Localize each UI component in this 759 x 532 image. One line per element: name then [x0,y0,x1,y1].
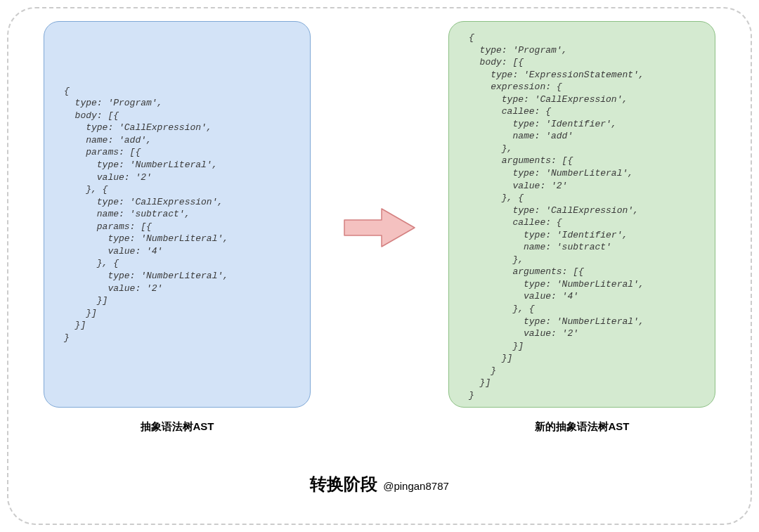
arrow-right-icon [341,203,418,252]
right-ast-code: { type: 'Program', body: [{ type: 'Expre… [469,32,644,401]
diagram-container: { type: 'Program', body: [{ type: 'CallE… [7,7,752,525]
content-area: { type: 'Program', body: [{ type: 'CallE… [44,37,715,418]
left-ast-panel: { type: 'Program', body: [{ type: 'CallE… [44,21,311,408]
footer-main-text: 转换阶段 [310,473,377,495]
svg-marker-0 [344,209,415,247]
left-panel-label: 抽象语法树AST [141,420,214,434]
left-ast-code: { type: 'Program', body: [{ type: 'CallE… [64,85,228,344]
left-panel-wrapper: { type: 'Program', body: [{ type: 'CallE… [44,21,311,434]
footer-sub-text: @pingan8787 [383,480,449,492]
right-ast-panel: { type: 'Program', body: [{ type: 'Expre… [448,21,715,408]
right-panel-wrapper: { type: 'Program', body: [{ type: 'Expre… [448,21,715,434]
footer-title: 转换阶段 @pingan8787 [8,473,751,495]
arrow-container [337,203,422,252]
right-panel-label: 新的抽象语法树AST [535,420,630,434]
